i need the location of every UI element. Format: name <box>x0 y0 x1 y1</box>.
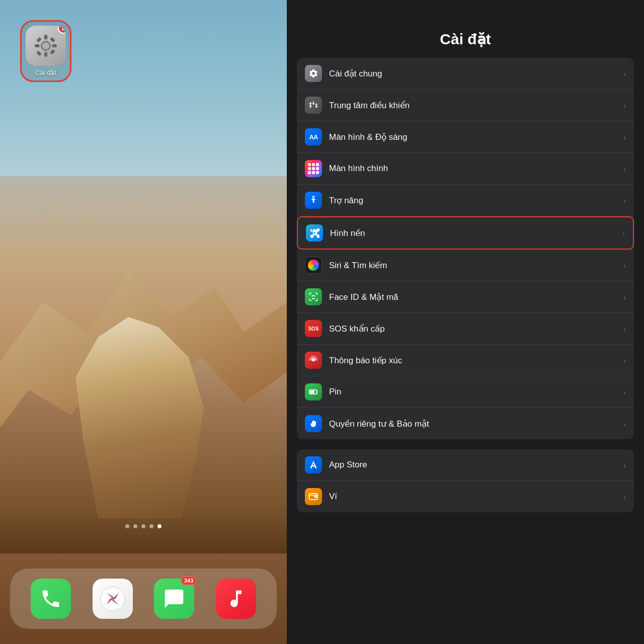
settings-item-general[interactable]: Cài đặt chung › <box>297 58 634 90</box>
page-dot-4 <box>149 524 153 528</box>
wallet-icon <box>305 488 322 505</box>
home-screen-icon <box>305 160 322 177</box>
settings-item-sos[interactable]: SOS SOS khẩn cấp › <box>297 313 634 345</box>
face-id-icon <box>308 292 318 302</box>
settings-app-icon[interactable]: 2 Cài đặt <box>20 20 71 82</box>
faceid-chevron: › <box>623 293 626 301</box>
svg-point-28 <box>312 359 315 362</box>
control-center-icon <box>305 97 322 114</box>
wallet-chevron: › <box>623 493 626 501</box>
a-icon <box>308 460 318 470</box>
svg-point-22 <box>312 102 315 105</box>
battery-label: Pin <box>329 387 619 397</box>
settings-item-wallpaper[interactable]: Hình nền › <box>297 216 634 250</box>
svg-rect-3 <box>35 44 39 47</box>
wallet-label: Ví <box>329 492 619 502</box>
messages-app-icon[interactable]: 343 <box>154 579 194 619</box>
faceid-label: Face ID & Mật mã <box>329 292 619 302</box>
display-chevron: › <box>623 133 626 141</box>
settings-item-home-screen[interactable]: Màn hình chính › <box>297 153 634 185</box>
svg-point-9 <box>42 42 49 49</box>
home-screen-chevron: › <box>623 165 626 173</box>
accessibility-chevron: › <box>623 196 626 205</box>
svg-point-25 <box>311 295 313 297</box>
svg-rect-7 <box>36 51 42 56</box>
battery-icon <box>305 383 322 400</box>
siri-icon <box>305 257 322 274</box>
svg-rect-33 <box>314 496 317 498</box>
sliders-icon <box>308 100 318 110</box>
settings-icon-graphic: 2 <box>26 26 66 66</box>
svg-point-21 <box>309 105 312 107</box>
page-dot-1 <box>125 524 129 528</box>
siri-chevron: › <box>623 261 626 270</box>
contact-chevron: › <box>623 356 626 365</box>
settings-item-battery[interactable]: Pin › <box>297 376 634 408</box>
svg-point-26 <box>314 295 315 297</box>
gear-icon <box>33 33 59 59</box>
hand-icon <box>308 419 318 429</box>
phone-app-icon[interactable] <box>31 579 71 619</box>
svg-rect-1 <box>44 35 47 39</box>
settings-app-label: Cài đặt <box>35 69 56 76</box>
siri-gradient-icon <box>308 260 319 271</box>
settings-list: Cài đặt chung › Trung tâm điều khiển <box>287 58 644 644</box>
sos-chevron: › <box>623 325 626 333</box>
general-label: Cài đặt chung <box>329 68 619 79</box>
page-dot-3 <box>141 524 145 528</box>
settings-group-1: Cài đặt chung › Trung tâm điều khiển <box>297 58 634 439</box>
wallet-svg-icon <box>308 492 318 502</box>
wallpaper-icon <box>306 224 323 242</box>
sos-text: SOS <box>308 326 318 332</box>
appstore-icon <box>305 456 322 473</box>
faceid-icon <box>305 288 322 305</box>
svg-rect-5 <box>36 37 42 43</box>
contact-label: Thông báo tiếp xúc <box>329 355 619 366</box>
wallpaper-chevron: › <box>622 229 625 237</box>
sos-label: SOS khẩn cấp <box>329 324 619 334</box>
privacy-label: Quyền riêng tư & Bảo mật <box>329 419 619 429</box>
general-icon <box>305 65 322 82</box>
safari-icon <box>100 586 125 611</box>
messages-badge: 343 <box>181 576 197 585</box>
settings-item-siri[interactable]: Siri & Tìm kiếm › <box>297 250 634 281</box>
music-app-icon[interactable] <box>216 579 256 619</box>
radar-icon <box>308 355 318 365</box>
gear-settings-icon <box>308 68 318 78</box>
wallpaper-label: Hình nền <box>330 228 618 238</box>
privacy-chevron: › <box>623 420 626 428</box>
settings-item-control-center[interactable]: Trung tâm điều khiển › <box>297 90 634 121</box>
app-dock: 343 <box>10 569 277 629</box>
accessibility-icon <box>305 192 322 209</box>
svg-rect-8 <box>50 49 55 54</box>
settings-item-display[interactable]: AA Màn hình & Độ sáng › <box>297 121 634 153</box>
safari-app-icon[interactable] <box>93 579 133 619</box>
page-dot-5 <box>157 524 162 528</box>
settings-item-contact[interactable]: Thông báo tiếp xúc › <box>297 345 634 376</box>
accessibility-label: Trợ năng <box>329 195 619 206</box>
svg-rect-2 <box>44 52 47 56</box>
settings-page-title: Cài đặt <box>302 30 629 48</box>
accessibility-figure-icon <box>308 195 318 205</box>
settings-item-privacy[interactable]: Quyền riêng tư & Bảo mật › <box>297 408 634 439</box>
settings-item-appstore[interactable]: App Store › <box>297 449 634 481</box>
display-icon: AA <box>305 128 322 145</box>
settings-item-faceid[interactable]: Face ID & Mật mã › <box>297 281 634 313</box>
svg-rect-6 <box>50 37 55 43</box>
settings-panel: Cài đặt Cài đặt chung › <box>287 0 644 644</box>
appstore-chevron: › <box>623 461 626 469</box>
flower-icon <box>309 228 319 238</box>
display-label: Màn hình & Độ sáng <box>329 132 619 142</box>
battery-chevron: › <box>623 388 626 396</box>
appstore-label: App Store <box>329 460 619 470</box>
sos-icon: SOS <box>305 320 322 337</box>
settings-item-wallet[interactable]: Ví › <box>297 481 634 512</box>
grid-icon <box>308 163 319 174</box>
battery-svg-icon <box>308 387 318 397</box>
privacy-icon <box>305 415 322 432</box>
music-note-icon <box>225 588 247 610</box>
svg-rect-30 <box>317 391 318 392</box>
svg-rect-31 <box>310 391 314 393</box>
page-indicator <box>0 524 287 528</box>
settings-item-accessibility[interactable]: Trợ năng › <box>297 185 634 216</box>
